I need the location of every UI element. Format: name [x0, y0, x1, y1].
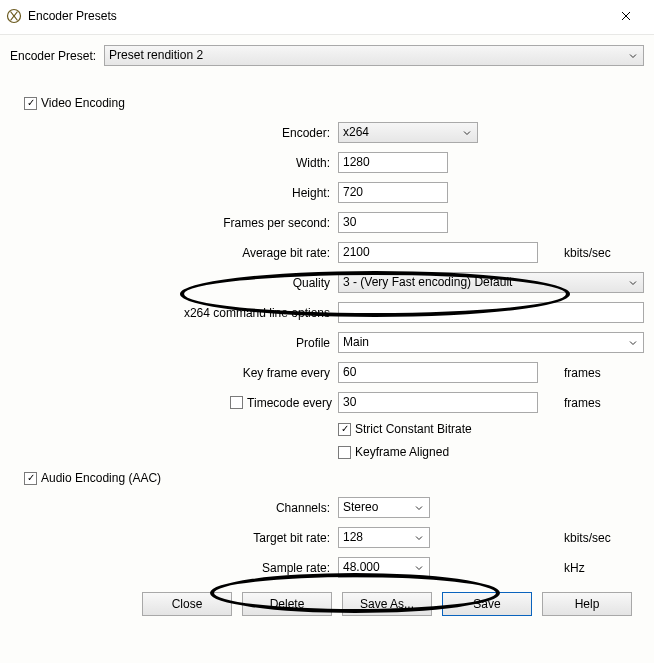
video-encoding-label: Video Encoding — [41, 96, 125, 110]
timecode-unit: frames — [562, 396, 644, 410]
height-input[interactable]: 720 — [338, 182, 448, 203]
close-button[interactable]: Close — [142, 592, 232, 616]
close-button[interactable] — [606, 4, 646, 28]
sample-rate-value: 48.000 — [343, 558, 380, 577]
audio-encoding-label: Audio Encoding (AAC) — [41, 471, 161, 485]
channels-value: Stereo — [343, 498, 378, 517]
profile-select[interactable]: Main — [338, 332, 644, 353]
cmdline-label: x264 command line options — [10, 306, 332, 320]
width-label: Width: — [10, 156, 332, 170]
chevron-down-icon — [411, 559, 427, 576]
keyframe-input[interactable]: 60 — [338, 362, 538, 383]
encoder-select[interactable]: x264 — [338, 122, 478, 143]
encoder-value: x264 — [343, 123, 369, 142]
keyframe-aligned-label: Keyframe Aligned — [355, 445, 449, 459]
quality-label: Quality — [10, 276, 332, 290]
avg-bitrate-input[interactable]: 2100 — [338, 242, 538, 263]
chevron-down-icon — [411, 529, 427, 546]
delete-button[interactable]: Delete — [242, 592, 332, 616]
encoder-preset-value: Preset rendition 2 — [109, 46, 203, 65]
sample-rate-select[interactable]: 48.000 — [338, 557, 430, 578]
window-title: Encoder Presets — [28, 9, 117, 23]
strict-cbr-label: Strict Constant Bitrate — [355, 422, 472, 436]
chevron-down-icon — [625, 274, 641, 291]
save-as-button[interactable]: Save As... — [342, 592, 432, 616]
fps-input[interactable]: 30 — [338, 212, 448, 233]
audio-encoding-checkbox[interactable]: ✓ — [24, 472, 37, 485]
help-button[interactable]: Help — [542, 592, 632, 616]
channels-label: Channels: — [10, 501, 332, 515]
quality-select[interactable]: 3 - (Very Fast encoding) Default — [338, 272, 644, 293]
target-bitrate-value: 128 — [343, 528, 363, 547]
avg-bitrate-unit: kbits/sec — [562, 246, 644, 260]
timecode-label: Timecode every — [247, 396, 332, 410]
encoder-label: Encoder: — [10, 126, 332, 140]
encoder-preset-label: Encoder Preset: — [10, 49, 96, 63]
width-input[interactable]: 1280 — [338, 152, 448, 173]
channels-select[interactable]: Stereo — [338, 497, 430, 518]
target-bitrate-unit: kbits/sec — [562, 531, 644, 545]
keyframe-label: Key frame every — [10, 366, 332, 380]
app-icon — [6, 8, 22, 24]
encoder-preset-select[interactable]: Preset rendition 2 — [104, 45, 644, 66]
sample-rate-label: Sample rate: — [10, 561, 332, 575]
cmdline-input[interactable] — [338, 302, 644, 323]
close-icon — [621, 11, 631, 21]
height-label: Height: — [10, 186, 332, 200]
titlebar: Encoder Presets — [0, 0, 654, 35]
keyframe-unit: frames — [562, 366, 644, 380]
video-encoding-checkbox[interactable]: ✓ — [24, 97, 37, 110]
fps-label: Frames per second: — [10, 216, 332, 230]
target-bitrate-select[interactable]: 128 — [338, 527, 430, 548]
timecode-checkbox[interactable] — [230, 396, 243, 409]
target-bitrate-label: Target bit rate: — [10, 531, 332, 545]
sample-rate-unit: kHz — [562, 561, 644, 575]
strict-cbr-checkbox[interactable]: ✓ — [338, 423, 351, 436]
profile-value: Main — [343, 333, 369, 352]
keyframe-aligned-checkbox[interactable] — [338, 446, 351, 459]
chevron-down-icon — [625, 334, 641, 351]
chevron-down-icon — [411, 499, 427, 516]
timecode-input[interactable]: 30 — [338, 392, 538, 413]
avg-bitrate-label: Average bit rate: — [10, 246, 332, 260]
quality-value: 3 - (Very Fast encoding) Default — [343, 273, 512, 292]
chevron-down-icon — [625, 47, 641, 64]
chevron-down-icon — [459, 124, 475, 141]
save-button[interactable]: Save — [442, 592, 532, 616]
profile-label: Profile — [10, 336, 332, 350]
